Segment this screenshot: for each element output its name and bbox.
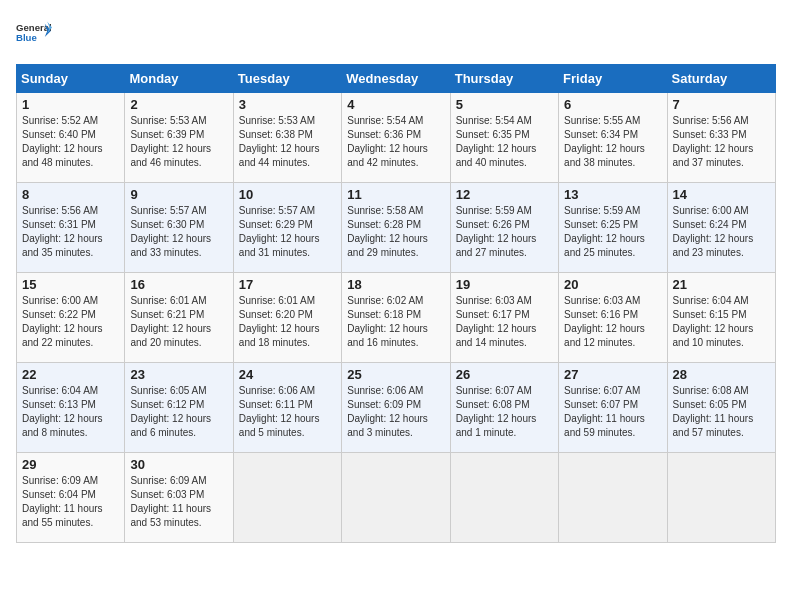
day-info: Sunrise: 5:59 AMSunset: 6:26 PMDaylight:… (456, 205, 537, 258)
col-header-sunday: Sunday (17, 65, 125, 93)
calendar-cell: 24Sunrise: 6:06 AMSunset: 6:11 PMDayligh… (233, 363, 341, 453)
day-info: Sunrise: 6:05 AMSunset: 6:12 PMDaylight:… (130, 385, 211, 438)
day-number: 15 (22, 277, 119, 292)
calendar-cell: 6Sunrise: 5:55 AMSunset: 6:34 PMDaylight… (559, 93, 667, 183)
col-header-friday: Friday (559, 65, 667, 93)
calendar-cell: 5Sunrise: 5:54 AMSunset: 6:35 PMDaylight… (450, 93, 558, 183)
day-number: 4 (347, 97, 444, 112)
calendar-week-row: 1Sunrise: 5:52 AMSunset: 6:40 PMDaylight… (17, 93, 776, 183)
day-info: Sunrise: 6:04 AMSunset: 6:13 PMDaylight:… (22, 385, 103, 438)
day-number: 6 (564, 97, 661, 112)
day-info: Sunrise: 5:53 AMSunset: 6:39 PMDaylight:… (130, 115, 211, 168)
calendar-cell: 20Sunrise: 6:03 AMSunset: 6:16 PMDayligh… (559, 273, 667, 363)
day-number: 25 (347, 367, 444, 382)
calendar-cell: 18Sunrise: 6:02 AMSunset: 6:18 PMDayligh… (342, 273, 450, 363)
calendar-cell: 10Sunrise: 5:57 AMSunset: 6:29 PMDayligh… (233, 183, 341, 273)
day-info: Sunrise: 6:01 AMSunset: 6:21 PMDaylight:… (130, 295, 211, 348)
calendar-cell: 2Sunrise: 5:53 AMSunset: 6:39 PMDaylight… (125, 93, 233, 183)
logo-svg-container: General Blue (16, 16, 52, 52)
day-info: Sunrise: 5:53 AMSunset: 6:38 PMDaylight:… (239, 115, 320, 168)
calendar-cell: 25Sunrise: 6:06 AMSunset: 6:09 PMDayligh… (342, 363, 450, 453)
day-number: 2 (130, 97, 227, 112)
col-header-tuesday: Tuesday (233, 65, 341, 93)
day-number: 8 (22, 187, 119, 202)
day-info: Sunrise: 5:54 AMSunset: 6:36 PMDaylight:… (347, 115, 428, 168)
day-number: 3 (239, 97, 336, 112)
col-header-saturday: Saturday (667, 65, 775, 93)
calendar-week-row: 22Sunrise: 6:04 AMSunset: 6:13 PMDayligh… (17, 363, 776, 453)
calendar-cell (450, 453, 558, 543)
day-info: Sunrise: 6:00 AMSunset: 6:22 PMDaylight:… (22, 295, 103, 348)
day-info: Sunrise: 5:54 AMSunset: 6:35 PMDaylight:… (456, 115, 537, 168)
col-header-wednesday: Wednesday (342, 65, 450, 93)
calendar-cell: 13Sunrise: 5:59 AMSunset: 6:25 PMDayligh… (559, 183, 667, 273)
col-header-monday: Monday (125, 65, 233, 93)
day-number: 28 (673, 367, 770, 382)
calendar-cell: 12Sunrise: 5:59 AMSunset: 6:26 PMDayligh… (450, 183, 558, 273)
day-number: 29 (22, 457, 119, 472)
day-number: 23 (130, 367, 227, 382)
calendar-cell: 21Sunrise: 6:04 AMSunset: 6:15 PMDayligh… (667, 273, 775, 363)
day-info: Sunrise: 6:02 AMSunset: 6:18 PMDaylight:… (347, 295, 428, 348)
day-info: Sunrise: 5:55 AMSunset: 6:34 PMDaylight:… (564, 115, 645, 168)
day-number: 21 (673, 277, 770, 292)
day-info: Sunrise: 5:56 AMSunset: 6:33 PMDaylight:… (673, 115, 754, 168)
calendar-week-row: 29Sunrise: 6:09 AMSunset: 6:04 PMDayligh… (17, 453, 776, 543)
calendar-cell: 23Sunrise: 6:05 AMSunset: 6:12 PMDayligh… (125, 363, 233, 453)
calendar-cell: 19Sunrise: 6:03 AMSunset: 6:17 PMDayligh… (450, 273, 558, 363)
logo: General Blue (16, 16, 52, 52)
page-header: General Blue (16, 16, 776, 52)
day-info: Sunrise: 6:07 AMSunset: 6:07 PMDaylight:… (564, 385, 645, 438)
calendar-table: SundayMondayTuesdayWednesdayThursdayFrid… (16, 64, 776, 543)
calendar-cell: 1Sunrise: 5:52 AMSunset: 6:40 PMDaylight… (17, 93, 125, 183)
calendar-cell: 17Sunrise: 6:01 AMSunset: 6:20 PMDayligh… (233, 273, 341, 363)
day-info: Sunrise: 5:58 AMSunset: 6:28 PMDaylight:… (347, 205, 428, 258)
day-number: 22 (22, 367, 119, 382)
day-info: Sunrise: 6:06 AMSunset: 6:09 PMDaylight:… (347, 385, 428, 438)
svg-text:Blue: Blue (16, 32, 37, 43)
calendar-cell: 16Sunrise: 6:01 AMSunset: 6:21 PMDayligh… (125, 273, 233, 363)
day-number: 9 (130, 187, 227, 202)
day-number: 30 (130, 457, 227, 472)
day-number: 13 (564, 187, 661, 202)
day-number: 7 (673, 97, 770, 112)
calendar-cell: 14Sunrise: 6:00 AMSunset: 6:24 PMDayligh… (667, 183, 775, 273)
calendar-cell (667, 453, 775, 543)
calendar-cell: 3Sunrise: 5:53 AMSunset: 6:38 PMDaylight… (233, 93, 341, 183)
day-info: Sunrise: 5:57 AMSunset: 6:29 PMDaylight:… (239, 205, 320, 258)
day-info: Sunrise: 6:00 AMSunset: 6:24 PMDaylight:… (673, 205, 754, 258)
col-header-thursday: Thursday (450, 65, 558, 93)
calendar-cell: 28Sunrise: 6:08 AMSunset: 6:05 PMDayligh… (667, 363, 775, 453)
day-number: 17 (239, 277, 336, 292)
logo-bird-icon: General Blue (16, 16, 52, 52)
day-info: Sunrise: 6:01 AMSunset: 6:20 PMDaylight:… (239, 295, 320, 348)
calendar-cell: 22Sunrise: 6:04 AMSunset: 6:13 PMDayligh… (17, 363, 125, 453)
calendar-week-row: 15Sunrise: 6:00 AMSunset: 6:22 PMDayligh… (17, 273, 776, 363)
day-info: Sunrise: 5:57 AMSunset: 6:30 PMDaylight:… (130, 205, 211, 258)
calendar-header-row: SundayMondayTuesdayWednesdayThursdayFrid… (17, 65, 776, 93)
day-info: Sunrise: 6:03 AMSunset: 6:16 PMDaylight:… (564, 295, 645, 348)
day-info: Sunrise: 6:04 AMSunset: 6:15 PMDaylight:… (673, 295, 754, 348)
day-info: Sunrise: 5:52 AMSunset: 6:40 PMDaylight:… (22, 115, 103, 168)
calendar-cell: 4Sunrise: 5:54 AMSunset: 6:36 PMDaylight… (342, 93, 450, 183)
day-number: 12 (456, 187, 553, 202)
day-info: Sunrise: 5:56 AMSunset: 6:31 PMDaylight:… (22, 205, 103, 258)
day-number: 19 (456, 277, 553, 292)
day-number: 5 (456, 97, 553, 112)
day-number: 24 (239, 367, 336, 382)
day-info: Sunrise: 6:09 AMSunset: 6:03 PMDaylight:… (130, 475, 211, 528)
calendar-cell: 7Sunrise: 5:56 AMSunset: 6:33 PMDaylight… (667, 93, 775, 183)
day-info: Sunrise: 6:06 AMSunset: 6:11 PMDaylight:… (239, 385, 320, 438)
calendar-cell (233, 453, 341, 543)
calendar-cell (342, 453, 450, 543)
day-number: 1 (22, 97, 119, 112)
day-number: 10 (239, 187, 336, 202)
calendar-body: 1Sunrise: 5:52 AMSunset: 6:40 PMDaylight… (17, 93, 776, 543)
day-number: 20 (564, 277, 661, 292)
calendar-cell: 27Sunrise: 6:07 AMSunset: 6:07 PMDayligh… (559, 363, 667, 453)
calendar-cell: 9Sunrise: 5:57 AMSunset: 6:30 PMDaylight… (125, 183, 233, 273)
calendar-cell: 29Sunrise: 6:09 AMSunset: 6:04 PMDayligh… (17, 453, 125, 543)
day-number: 18 (347, 277, 444, 292)
calendar-week-row: 8Sunrise: 5:56 AMSunset: 6:31 PMDaylight… (17, 183, 776, 273)
calendar-cell: 15Sunrise: 6:00 AMSunset: 6:22 PMDayligh… (17, 273, 125, 363)
